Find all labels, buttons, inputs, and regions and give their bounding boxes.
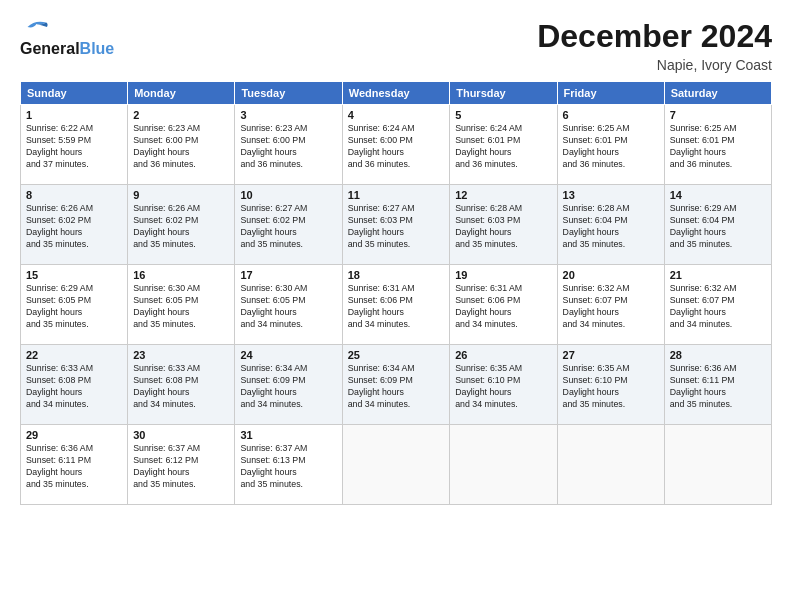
day-number: 18 xyxy=(348,269,445,281)
day-number: 26 xyxy=(455,349,551,361)
day-info: Sunrise: 6:26 AM Sunset: 6:02 PM Dayligh… xyxy=(133,203,229,251)
table-row: 20 Sunrise: 6:32 AM Sunset: 6:07 PM Dayl… xyxy=(557,265,664,345)
day-info: Sunrise: 6:26 AM Sunset: 6:02 PM Dayligh… xyxy=(26,203,122,251)
day-number: 15 xyxy=(26,269,122,281)
day-info: Sunrise: 6:37 AM Sunset: 6:13 PM Dayligh… xyxy=(240,443,336,491)
table-row: 6 Sunrise: 6:25 AM Sunset: 6:01 PM Dayli… xyxy=(557,105,664,185)
day-info: Sunrise: 6:32 AM Sunset: 6:07 PM Dayligh… xyxy=(563,283,659,331)
page: General Blue December 2024 Napie, Ivory … xyxy=(0,0,792,612)
table-row: 10 Sunrise: 6:27 AM Sunset: 6:02 PM Dayl… xyxy=(235,185,342,265)
table-row: 28 Sunrise: 6:36 AM Sunset: 6:11 PM Dayl… xyxy=(664,345,771,425)
calendar-week-row: 15 Sunrise: 6:29 AM Sunset: 6:05 PM Dayl… xyxy=(21,265,772,345)
calendar-week-row: 8 Sunrise: 6:26 AM Sunset: 6:02 PM Dayli… xyxy=(21,185,772,265)
day-number: 10 xyxy=(240,189,336,201)
table-row xyxy=(557,425,664,505)
day-number: 27 xyxy=(563,349,659,361)
table-row: 5 Sunrise: 6:24 AM Sunset: 6:01 PM Dayli… xyxy=(450,105,557,185)
table-row: 23 Sunrise: 6:33 AM Sunset: 6:08 PM Dayl… xyxy=(128,345,235,425)
day-number: 25 xyxy=(348,349,445,361)
title-block: December 2024 Napie, Ivory Coast xyxy=(537,18,772,73)
day-info: Sunrise: 6:22 AM Sunset: 5:59 PM Dayligh… xyxy=(26,123,122,171)
table-row: 15 Sunrise: 6:29 AM Sunset: 6:05 PM Dayl… xyxy=(21,265,128,345)
logo: General Blue xyxy=(20,18,114,58)
table-row: 1 Sunrise: 6:22 AM Sunset: 5:59 PM Dayli… xyxy=(21,105,128,185)
day-number: 29 xyxy=(26,429,122,441)
day-number: 24 xyxy=(240,349,336,361)
header: General Blue December 2024 Napie, Ivory … xyxy=(20,18,772,73)
table-row: 21 Sunrise: 6:32 AM Sunset: 6:07 PM Dayl… xyxy=(664,265,771,345)
day-number: 12 xyxy=(455,189,551,201)
day-number: 5 xyxy=(455,109,551,121)
day-number: 31 xyxy=(240,429,336,441)
day-number: 13 xyxy=(563,189,659,201)
day-info: Sunrise: 6:32 AM Sunset: 6:07 PM Dayligh… xyxy=(670,283,766,331)
day-info: Sunrise: 6:30 AM Sunset: 6:05 PM Dayligh… xyxy=(133,283,229,331)
day-info: Sunrise: 6:36 AM Sunset: 6:11 PM Dayligh… xyxy=(26,443,122,491)
col-thursday: Thursday xyxy=(450,82,557,105)
day-number: 4 xyxy=(348,109,445,121)
table-row: 30 Sunrise: 6:37 AM Sunset: 6:12 PM Dayl… xyxy=(128,425,235,505)
logo-general: General xyxy=(20,40,80,58)
day-info: Sunrise: 6:23 AM Sunset: 6:00 PM Dayligh… xyxy=(240,123,336,171)
day-info: Sunrise: 6:34 AM Sunset: 6:09 PM Dayligh… xyxy=(348,363,445,411)
logo-bird-icon xyxy=(20,18,50,36)
calendar-week-row: 1 Sunrise: 6:22 AM Sunset: 5:59 PM Dayli… xyxy=(21,105,772,185)
table-row: 16 Sunrise: 6:30 AM Sunset: 6:05 PM Dayl… xyxy=(128,265,235,345)
day-info: Sunrise: 6:27 AM Sunset: 6:03 PM Dayligh… xyxy=(348,203,445,251)
day-number: 11 xyxy=(348,189,445,201)
table-row: 9 Sunrise: 6:26 AM Sunset: 6:02 PM Dayli… xyxy=(128,185,235,265)
table-row: 4 Sunrise: 6:24 AM Sunset: 6:00 PM Dayli… xyxy=(342,105,450,185)
day-number: 28 xyxy=(670,349,766,361)
col-monday: Monday xyxy=(128,82,235,105)
day-number: 9 xyxy=(133,189,229,201)
day-number: 17 xyxy=(240,269,336,281)
day-info: Sunrise: 6:23 AM Sunset: 6:00 PM Dayligh… xyxy=(133,123,229,171)
table-row: 19 Sunrise: 6:31 AM Sunset: 6:06 PM Dayl… xyxy=(450,265,557,345)
logo-blue: Blue xyxy=(80,40,115,58)
table-row: 29 Sunrise: 6:36 AM Sunset: 6:11 PM Dayl… xyxy=(21,425,128,505)
calendar-header-row: Sunday Monday Tuesday Wednesday Thursday… xyxy=(21,82,772,105)
table-row: 14 Sunrise: 6:29 AM Sunset: 6:04 PM Dayl… xyxy=(664,185,771,265)
day-info: Sunrise: 6:29 AM Sunset: 6:05 PM Dayligh… xyxy=(26,283,122,331)
day-number: 1 xyxy=(26,109,122,121)
day-number: 23 xyxy=(133,349,229,361)
day-info: Sunrise: 6:35 AM Sunset: 6:10 PM Dayligh… xyxy=(563,363,659,411)
col-tuesday: Tuesday xyxy=(235,82,342,105)
table-row: 3 Sunrise: 6:23 AM Sunset: 6:00 PM Dayli… xyxy=(235,105,342,185)
table-row: 25 Sunrise: 6:34 AM Sunset: 6:09 PM Dayl… xyxy=(342,345,450,425)
day-info: Sunrise: 6:29 AM Sunset: 6:04 PM Dayligh… xyxy=(670,203,766,251)
day-info: Sunrise: 6:34 AM Sunset: 6:09 PM Dayligh… xyxy=(240,363,336,411)
day-info: Sunrise: 6:28 AM Sunset: 6:03 PM Dayligh… xyxy=(455,203,551,251)
location: Napie, Ivory Coast xyxy=(537,57,772,73)
table-row: 31 Sunrise: 6:37 AM Sunset: 6:13 PM Dayl… xyxy=(235,425,342,505)
table-row: 12 Sunrise: 6:28 AM Sunset: 6:03 PM Dayl… xyxy=(450,185,557,265)
table-row: 26 Sunrise: 6:35 AM Sunset: 6:10 PM Dayl… xyxy=(450,345,557,425)
table-row xyxy=(450,425,557,505)
day-info: Sunrise: 6:25 AM Sunset: 6:01 PM Dayligh… xyxy=(563,123,659,171)
day-info: Sunrise: 6:37 AM Sunset: 6:12 PM Dayligh… xyxy=(133,443,229,491)
calendar-table: Sunday Monday Tuesday Wednesday Thursday… xyxy=(20,81,772,505)
day-number: 21 xyxy=(670,269,766,281)
table-row: 17 Sunrise: 6:30 AM Sunset: 6:05 PM Dayl… xyxy=(235,265,342,345)
table-row: 7 Sunrise: 6:25 AM Sunset: 6:01 PM Dayli… xyxy=(664,105,771,185)
day-info: Sunrise: 6:35 AM Sunset: 6:10 PM Dayligh… xyxy=(455,363,551,411)
day-info: Sunrise: 6:33 AM Sunset: 6:08 PM Dayligh… xyxy=(26,363,122,411)
day-number: 14 xyxy=(670,189,766,201)
table-row: 2 Sunrise: 6:23 AM Sunset: 6:00 PM Dayli… xyxy=(128,105,235,185)
day-number: 16 xyxy=(133,269,229,281)
col-wednesday: Wednesday xyxy=(342,82,450,105)
table-row: 11 Sunrise: 6:27 AM Sunset: 6:03 PM Dayl… xyxy=(342,185,450,265)
day-number: 8 xyxy=(26,189,122,201)
calendar-week-row: 22 Sunrise: 6:33 AM Sunset: 6:08 PM Dayl… xyxy=(21,345,772,425)
table-row: 8 Sunrise: 6:26 AM Sunset: 6:02 PM Dayli… xyxy=(21,185,128,265)
day-info: Sunrise: 6:27 AM Sunset: 6:02 PM Dayligh… xyxy=(240,203,336,251)
col-friday: Friday xyxy=(557,82,664,105)
day-number: 6 xyxy=(563,109,659,121)
table-row: 27 Sunrise: 6:35 AM Sunset: 6:10 PM Dayl… xyxy=(557,345,664,425)
day-info: Sunrise: 6:24 AM Sunset: 6:00 PM Dayligh… xyxy=(348,123,445,171)
day-info: Sunrise: 6:33 AM Sunset: 6:08 PM Dayligh… xyxy=(133,363,229,411)
day-number: 2 xyxy=(133,109,229,121)
day-info: Sunrise: 6:30 AM Sunset: 6:05 PM Dayligh… xyxy=(240,283,336,331)
table-row xyxy=(342,425,450,505)
day-info: Sunrise: 6:31 AM Sunset: 6:06 PM Dayligh… xyxy=(455,283,551,331)
